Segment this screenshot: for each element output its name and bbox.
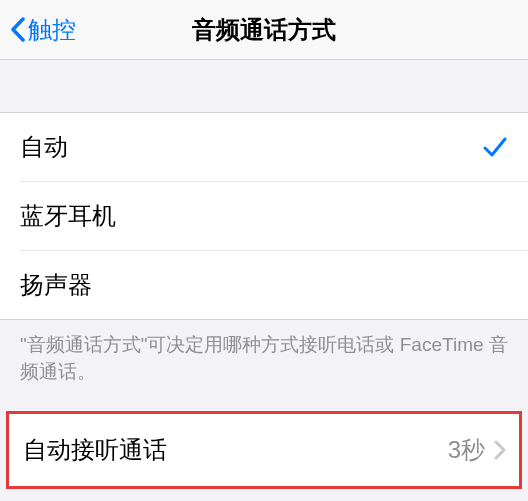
auto-answer-right: 3秒 [448, 434, 507, 466]
option-label: 扬声器 [20, 269, 92, 301]
spacer [0, 60, 528, 112]
option-label: 蓝牙耳机 [20, 200, 116, 232]
option-bluetooth[interactable]: 蓝牙耳机 [0, 182, 528, 250]
back-label: 触控 [28, 14, 76, 46]
navigation-bar: 触控 音频通话方式 [0, 0, 528, 60]
back-button[interactable]: 触控 [0, 14, 76, 46]
chevron-right-icon [493, 439, 507, 461]
checkmark-icon [482, 134, 508, 160]
footer-description: "音频通话方式"可决定用哪种方式接听电话或 FaceTime 音频通话。 [0, 320, 528, 411]
option-speaker[interactable]: 扬声器 [0, 251, 528, 319]
audio-route-options: 自动 蓝牙耳机 扬声器 [0, 113, 528, 319]
auto-answer-label: 自动接听通话 [23, 434, 167, 466]
highlighted-region: 自动接听通话 3秒 [6, 411, 522, 489]
auto-answer-row[interactable]: 自动接听通话 3秒 [9, 414, 519, 486]
option-label: 自动 [20, 131, 68, 163]
page-title: 音频通话方式 [0, 14, 528, 46]
chevron-left-icon [8, 15, 26, 45]
option-auto[interactable]: 自动 [0, 113, 528, 181]
auto-answer-value: 3秒 [448, 434, 485, 466]
